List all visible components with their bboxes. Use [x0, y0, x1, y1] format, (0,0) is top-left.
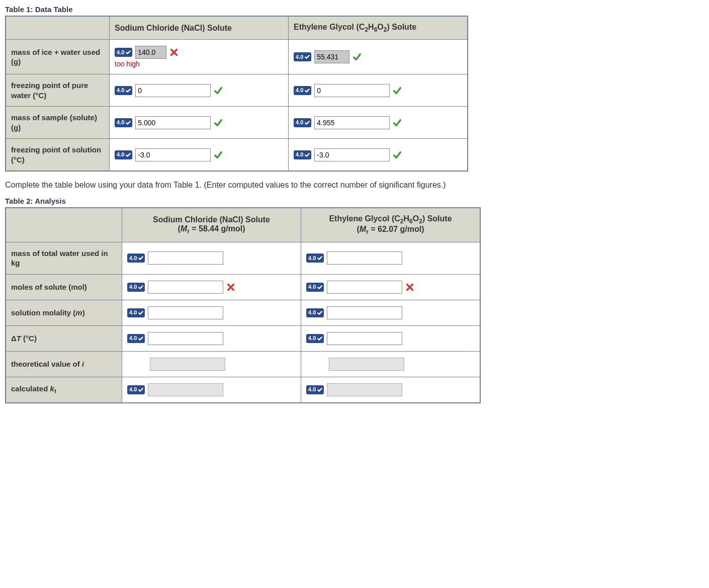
t2-r4-c1-input[interactable] — [148, 332, 223, 345]
points-badge: 4.0 — [127, 254, 145, 263]
t2-r5-label: theoretical value of i — [6, 351, 122, 377]
table2-col2-header: Ethylene Glycol (C2H6O2) Solute (Mr = 62… — [301, 208, 481, 242]
table1: Sodium Chloride (NaCl) Solute Ethylene G… — [5, 16, 468, 172]
t1-r1-c1-input[interactable] — [135, 46, 166, 59]
t1-r3-c1-input[interactable] — [135, 116, 211, 129]
check-icon — [125, 49, 131, 55]
t1-r4-c1-input[interactable] — [135, 148, 211, 161]
check-icon — [138, 387, 144, 393]
points-badge: 4.0 — [127, 334, 145, 343]
check-icon — [352, 52, 362, 61]
t1-r2-c2-input[interactable] — [314, 84, 390, 97]
t2-r1-c1: 4.0 — [122, 242, 301, 274]
check-icon — [304, 120, 310, 126]
t1-r1-c1-feedback: too high — [115, 60, 140, 68]
points-badge: 4.0 — [115, 150, 132, 159]
check-icon — [138, 310, 144, 316]
table1-title: Table 1: Data Table — [5, 5, 704, 14]
cross-icon — [169, 48, 179, 57]
t1-r4-c1: 4.0 — [110, 139, 289, 172]
points-badge: 4.0 — [127, 385, 145, 394]
table1-col2-header: Ethylene Glycol (C2H6O2) Solute — [289, 16, 468, 40]
t2-r6-c2: 4.0 — [301, 377, 481, 403]
t2-r6-c1-input[interactable] — [148, 383, 223, 396]
t1-r4-label: freezing point of solution (°C) — [6, 139, 110, 172]
t2-r6-c1: 4.0 — [122, 377, 301, 403]
check-icon — [214, 118, 223, 127]
t2-r2-c1: 4.0 — [122, 274, 301, 300]
check-icon — [138, 255, 144, 261]
check-icon — [304, 88, 310, 94]
t1-r3-c2-input[interactable] — [314, 116, 390, 129]
t1-r4-c2-input[interactable] — [314, 148, 390, 161]
check-icon — [125, 152, 131, 158]
t2-r1-label: mass of total water used in kg — [6, 242, 122, 274]
points-badge: 4.0 — [306, 254, 324, 263]
t2-r4-c2: 4.0 — [301, 325, 481, 351]
t2-r3-c2-input[interactable] — [327, 306, 402, 319]
check-icon — [393, 86, 402, 95]
t2-r4-c2-input[interactable] — [327, 332, 402, 345]
points-badge: 4.0 — [294, 52, 311, 61]
check-icon — [317, 335, 323, 342]
points-badge: 4.0 — [294, 118, 311, 127]
table2-corner — [6, 208, 122, 242]
t2-r6-c2-input[interactable] — [327, 383, 402, 396]
points-badge: 4.0 — [306, 385, 324, 394]
t1-r3-label: mass of sample (solute) (g) — [6, 107, 110, 139]
t2-r3-c2: 4.0 — [301, 300, 481, 325]
t2-r5-c1-input[interactable] — [150, 358, 225, 371]
t2-r6-label: calculated kf — [6, 377, 122, 403]
t2-r1-c2: 4.0 — [301, 242, 481, 274]
check-icon — [138, 335, 144, 342]
check-icon — [317, 310, 323, 316]
points-badge: 4.0 — [294, 86, 311, 95]
t2-r2-c2-input[interactable] — [327, 281, 402, 294]
t2-r3-c1-input[interactable] — [148, 306, 223, 319]
t2-r3-label: solution molality (m) — [6, 300, 122, 325]
check-icon — [317, 284, 323, 290]
points-badge: 4.0 — [127, 308, 145, 317]
t2-r1-c1-input[interactable] — [148, 251, 223, 265]
points-badge: 4.0 — [127, 283, 145, 292]
points-badge: 4.0 — [115, 48, 132, 57]
table1-corner — [6, 16, 110, 40]
points-badge: 4.0 — [306, 334, 324, 343]
instruction-text: Complete the table below using your data… — [5, 181, 704, 190]
t1-r1-label: mass of ice + water used (g) — [6, 40, 110, 74]
t1-r2-label: freezing point of pure water (°C) — [6, 74, 110, 107]
t2-r2-label: moles of solute (mol) — [6, 274, 122, 300]
t2-r5-c2-input[interactable] — [329, 358, 404, 371]
check-icon — [304, 54, 310, 60]
t1-r3-c1: 4.0 — [110, 107, 289, 139]
cross-icon — [226, 283, 235, 292]
t2-r5-c2 — [301, 351, 481, 377]
t1-r2-c1-input[interactable] — [135, 84, 211, 97]
points-badge: 4.0 — [115, 118, 132, 127]
t2-r3-c1: 4.0 — [122, 300, 301, 325]
check-icon — [317, 387, 323, 393]
check-icon — [393, 118, 402, 127]
points-badge: 4.0 — [306, 283, 324, 292]
check-icon — [125, 88, 131, 94]
check-icon — [304, 152, 310, 158]
check-icon — [317, 255, 323, 261]
t1-r1-c2: 4.0 — [289, 40, 468, 74]
check-icon — [393, 150, 402, 159]
table1-col1-header: Sodium Chloride (NaCl) Solute — [110, 16, 289, 40]
t2-r2-c1-input[interactable] — [148, 281, 223, 294]
t2-r2-c2: 4.0 — [301, 274, 481, 300]
t1-r2-c2: 4.0 — [289, 74, 468, 107]
points-badge: 4.0 — [294, 150, 311, 159]
check-icon — [138, 284, 144, 290]
t1-r3-c2: 4.0 — [289, 107, 468, 139]
t1-r1-c2-input[interactable] — [314, 50, 349, 63]
t1-r2-c1: 4.0 — [110, 74, 289, 107]
t2-r4-label: ΔT (°C) — [6, 325, 122, 351]
table2: Sodium Chloride (NaCl) Solute (Mr = 58.4… — [5, 207, 481, 403]
check-icon — [214, 150, 223, 159]
t2-r5-c1 — [122, 351, 301, 377]
t2-r1-c2-input[interactable] — [327, 251, 402, 265]
points-badge: 4.0 — [115, 86, 132, 95]
check-icon — [214, 86, 223, 95]
